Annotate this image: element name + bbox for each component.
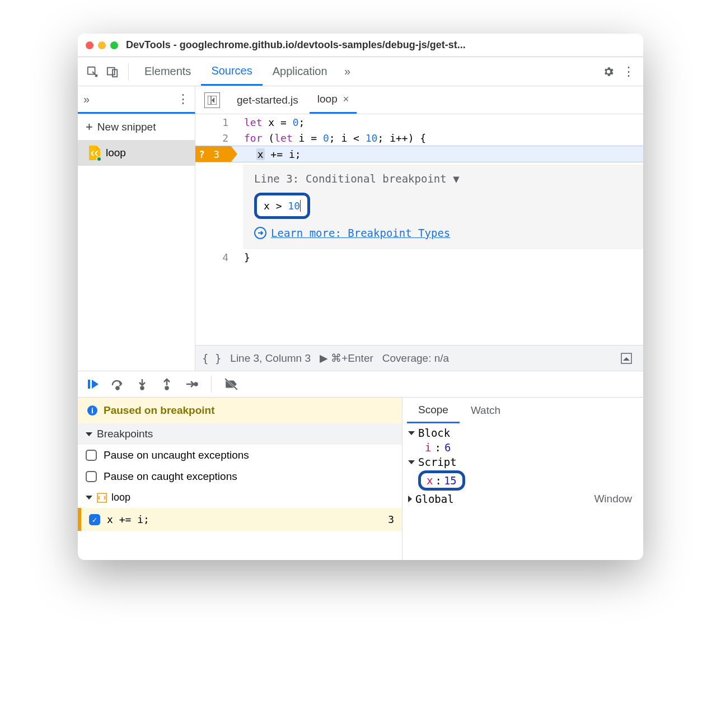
divider [128,63,129,80]
inspect-icon[interactable] [82,62,102,82]
file-tab-label: loop [317,93,338,105]
tab-elements[interactable]: Elements [134,57,201,86]
file-tab-label: get-started.js [237,94,298,106]
divider [211,376,212,393]
step-into-button[interactable] [132,374,153,395]
kebab-menu-icon[interactable]: ⋮ [619,62,639,82]
new-snippet-button[interactable]: + New snippet [78,114,195,140]
svg-text:i: i [91,407,93,415]
chevron-right-icon [408,496,412,502]
arrow-right-circle-icon [254,227,266,239]
scope-type: Window [594,493,638,505]
scope-name: Script [418,456,457,468]
breakpoint-entry[interactable]: ✓ x += i; 3 [78,508,402,531]
checkbox-unchecked-icon[interactable] [86,450,97,461]
paused-label: Paused on breakpoint [104,404,214,417]
scope-variable-x[interactable]: x: 15 [402,469,643,492]
show-navigator-icon[interactable] [204,92,220,108]
option-label: Pause on caught exceptions [104,470,237,483]
learn-more-link[interactable]: Learn more: Breakpoint Types [254,227,632,239]
close-icon[interactable] [86,41,93,49]
zoom-icon[interactable] [110,41,118,49]
code-editor[interactable]: 1 let x = 0; 2 for (let i = 0; i < 10; i… [195,114,643,345]
scope-block[interactable]: Block [402,426,643,440]
new-snippet-label: New snippet [97,121,156,133]
file-tab-loop[interactable]: loop × [310,86,357,114]
breakpoint-line-number: 3 [388,514,394,525]
more-tabs-icon[interactable]: » [338,62,358,82]
bp-condition-input[interactable]: x > 10 [254,193,310,219]
minimize-icon[interactable] [98,41,106,49]
sources-toolbar: » ⋮ get-started.js loop × [78,86,643,114]
editor-area: 1 let x = 0; 2 for (let i = 0; i < 10; i… [195,114,643,371]
cursor-position: Line 3, Column 3 [230,352,311,365]
option-label: Pause on uncaught exceptions [104,449,249,461]
bp-line-label: Line 3: [254,172,299,185]
snippet-name: loop [106,147,126,159]
devtools-window: DevTools - googlechrome.github.io/devtoo… [78,34,643,560]
scope-global[interactable]: Global Window [402,492,643,506]
device-toolbar-icon[interactable] [102,62,123,82]
svg-point-9 [141,387,144,390]
tab-watch[interactable]: Watch [460,398,512,423]
chevron-down-icon [408,460,415,464]
scope-watch-tabs: Scope Watch [402,398,643,423]
scope-name: Block [418,427,450,439]
editor-statusbar: { } Line 3, Column 3 ▶ ⌘+Enter Coverage:… [195,345,643,371]
window-controls [86,41,118,49]
deactivate-breakpoints-button[interactable] [221,374,242,395]
titlebar: DevTools - googlechrome.github.io/devtoo… [78,34,643,57]
step-button[interactable] [181,374,202,395]
bp-type-dropdown[interactable]: Conditional breakpoint ▼ [306,172,460,185]
line-number[interactable]: 2 [195,132,237,144]
conditional-indicator: ? [199,148,205,160]
window-title: DevTools - googlechrome.github.io/devtoo… [126,39,466,51]
debugger-toolbar [78,371,643,398]
svg-point-11 [166,387,168,390]
paused-banner: i Paused on breakpoint [78,398,402,423]
breakpoints-header[interactable]: Breakpoints [78,423,402,445]
navigator-menu-icon[interactable]: ⋮ [177,92,189,106]
tab-sources[interactable]: Sources [201,57,262,86]
settings-icon[interactable] [598,62,619,82]
scope-tree: Block i: 6 Script x: 15 [402,423,643,508]
scope-variable-i[interactable]: i: 6 [402,440,643,455]
unsaved-dot-icon [96,156,102,162]
step-out-button[interactable] [156,374,177,395]
navigator-header[interactable]: » ⋮ [78,86,195,114]
chevron-down-icon [86,496,92,500]
step-over-button[interactable] [107,374,128,395]
highlighted-variable: x: 15 [418,470,465,491]
plus-icon: + [86,120,93,134]
coverage-status: Coverage: n/a [382,352,449,365]
snippet-file-icon [88,146,100,160]
breakpoint-marker[interactable]: ? 3 [195,146,237,162]
pretty-print-button[interactable]: { } [202,352,221,365]
run-snippet-hint[interactable]: ▶ ⌘+Enter [320,352,373,365]
checkbox-unchecked-icon[interactable] [86,471,97,482]
pause-caught-toggle[interactable]: Pause on caught exceptions [78,466,402,487]
pause-uncaught-toggle[interactable]: Pause on uncaught exceptions [78,445,402,466]
svg-point-13 [195,383,198,386]
line-number[interactable]: 1 [195,116,237,128]
breakpoint-editor: Line 3: Conditional breakpoint ▼ x > 10 [243,165,643,249]
section-label: Breakpoints [97,428,153,440]
debugger-left-pane: i Paused on breakpoint Breakpoints Pause… [78,398,402,560]
file-tab-get-started[interactable]: get-started.js [229,86,306,114]
tab-application[interactable]: Application [263,57,338,86]
line-number[interactable]: 4 [195,251,237,263]
info-icon: i [87,405,98,416]
tab-scope[interactable]: Scope [407,398,460,423]
show-console-icon[interactable] [616,348,636,368]
snippet-item-loop[interactable]: loop [78,140,195,166]
resume-button[interactable] [82,374,104,395]
close-tab-icon[interactable]: × [343,94,349,105]
debugger-panes: i Paused on breakpoint Breakpoints Pause… [78,398,643,560]
checkbox-checked-icon[interactable]: ✓ [89,514,100,525]
breakpoint-source[interactable]: loop [78,487,402,508]
panel-tab-bar: Elements Sources Application » ⋮ [78,57,643,86]
snippet-icon [97,493,107,503]
scope-script[interactable]: Script [402,455,643,469]
source-name: loop [111,492,130,503]
expand-navigator-icon[interactable]: » [83,93,90,106]
